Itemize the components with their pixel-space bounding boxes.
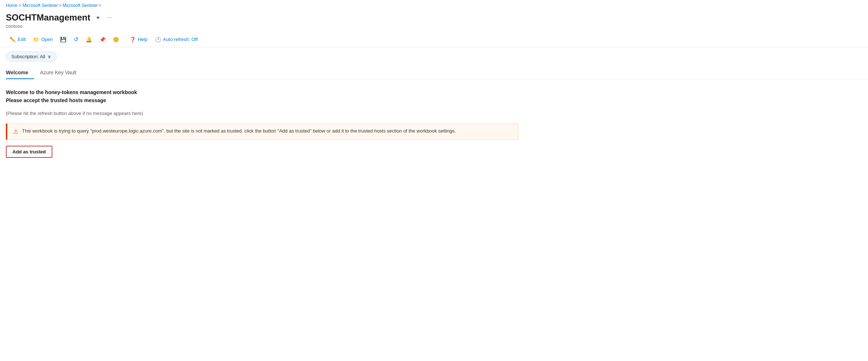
emoji-button[interactable]: 🙂 <box>109 35 123 44</box>
tab-welcome[interactable]: Welcome <box>6 66 34 79</box>
edit-label: Edit <box>18 37 26 42</box>
subscription-label: Subscription: All <box>11 54 45 59</box>
tab-azure-key-vault[interactable]: Azure Key Vault <box>40 66 82 79</box>
page-subtitle: contoso <box>6 23 862 29</box>
autorefresh-label: Auto refresh: Off <box>163 37 198 42</box>
pushpin-icon: 📌 <box>99 37 105 42</box>
page-header: SOCHTManagement ✦ ··· contoso <box>0 11 868 32</box>
content-area: Welcome to the honey-tokens management w… <box>0 79 868 167</box>
pinboard-button[interactable]: 📌 <box>96 35 109 44</box>
heading-line-2: Please accept the trusted hosts message <box>6 96 862 104</box>
refresh-icon: ↺ <box>74 36 78 43</box>
tabs-container: Welcome Azure Key Vault <box>0 66 868 79</box>
breadcrumb-home[interactable]: Home <box>6 3 18 8</box>
add-as-trusted-button[interactable]: Add as trusted <box>6 146 52 158</box>
breadcrumb-sentinel-1[interactable]: Microsoft Sentinel <box>23 3 57 8</box>
open-button[interactable]: 📁 Open <box>29 35 56 44</box>
help-label: Help <box>138 37 148 42</box>
toolbar: ✏️ Edit 📁 Open 💾 ↺ 🔔 📌 🙂 ❓ Help 🕐 Auto r… <box>0 32 868 47</box>
emoji-icon: 🙂 <box>113 37 119 42</box>
open-icon: 📁 <box>33 37 39 42</box>
warning-message: This workbook is trying to query "prod.w… <box>22 128 456 134</box>
heading-line-1: Welcome to the honey-tokens management w… <box>6 88 862 96</box>
page-title: SOCHTManagement <box>6 12 90 23</box>
clock-icon: 🕐 <box>155 37 161 42</box>
filter-bar: Subscription: All ∨ <box>0 47 868 66</box>
refresh-button[interactable]: ↺ <box>70 34 82 45</box>
notifications-button[interactable]: 🔔 <box>82 35 96 44</box>
save-icon: 💾 <box>60 37 66 42</box>
help-button[interactable]: ❓ Help <box>126 35 151 44</box>
welcome-heading: Welcome to the honey-tokens management w… <box>6 88 862 105</box>
more-options-icon[interactable]: ··· <box>105 14 113 22</box>
bell-icon: 🔔 <box>86 37 92 42</box>
warning-icon: ⚠ <box>13 128 18 135</box>
open-label: Open <box>41 37 53 42</box>
toolbar-separator <box>124 36 124 43</box>
hint-text: (Please hit the refresh button above if … <box>6 111 862 116</box>
autorefresh-button[interactable]: 🕐 Auto refresh: Off <box>151 35 201 44</box>
save-button[interactable]: 💾 <box>56 35 70 44</box>
breadcrumb-sentinel-2[interactable]: Microsoft Sentinel <box>63 3 97 8</box>
subscription-filter-button[interactable]: Subscription: All ∨ <box>6 52 57 62</box>
chevron-down-icon: ∨ <box>48 54 51 59</box>
edit-button[interactable]: ✏️ Edit <box>6 35 29 44</box>
pin-icon[interactable]: ✦ <box>94 14 102 22</box>
edit-icon: ✏️ <box>10 37 16 42</box>
help-icon: ❓ <box>130 37 136 42</box>
breadcrumb: Home > Microsoft Sentinel > Microsoft Se… <box>0 0 868 11</box>
warning-banner: ⚠ This workbook is trying to query "prod… <box>6 123 518 140</box>
